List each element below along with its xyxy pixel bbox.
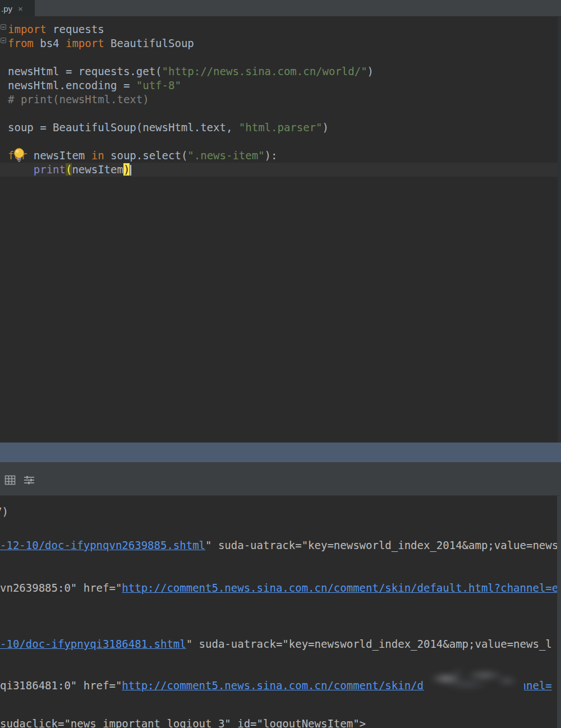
code-token: requests — [47, 23, 104, 35]
code-token: in — [91, 149, 104, 162]
code-token: BeautifulSoup — [104, 37, 194, 49]
console-hyperlink[interactable]: http://comment5.news.sina.com.cn/comment… — [122, 582, 558, 594]
console-text: sudaclick="news_important_logiout_3" id=… — [0, 717, 366, 728]
code-token: "utf-8" — [136, 79, 181, 91]
code-token: bs4 — [34, 37, 66, 49]
code-area: import requestsfrom bs4 import Beautiful… — [0, 22, 561, 177]
code-token: "html.parser" — [239, 121, 323, 133]
editor-tab-py[interactable]: .py × — [0, 0, 35, 17]
editor-scrollbar[interactable] — [558, 17, 561, 443]
code-token: ) — [123, 163, 130, 176]
code-token: ( — [66, 163, 72, 176]
code-token: soup.select( — [104, 149, 188, 162]
code-line[interactable]: for newsItem in soup.select(".news-item"… — [0, 149, 561, 163]
code-line[interactable] — [0, 50, 561, 64]
console-scrollbar[interactable] — [557, 496, 561, 728]
console-line: -10/doc-ifypnyqi3186481.shtml" suda-uatr… — [0, 637, 552, 651]
text-caret — [130, 165, 131, 176]
code-token: import — [66, 37, 104, 49]
console-line: -12-10/doc-ifypnqvn2639885.shtml" suda-u… — [0, 538, 558, 552]
code-token: ".news-item" — [187, 149, 264, 162]
console-line: sudaclick="news_important_logiout_3" id=… — [0, 717, 366, 728]
code-line[interactable] — [0, 107, 561, 121]
filter-settings-icon[interactable] — [23, 474, 35, 486]
code-token: "http://news.sina.com.cn/world/" — [162, 65, 367, 77]
tool-window-splitter[interactable] — [0, 443, 561, 462]
code-line[interactable]: newsHtml.encoding = "utf-8" — [0, 79, 561, 93]
code-token: newsItem — [72, 163, 123, 176]
code-token: print — [34, 163, 66, 176]
code-token: # print(newsHtml.text) — [8, 93, 149, 105]
code-line[interactable]: newsHtml = requests.get("http://news.sin… — [0, 64, 561, 79]
console-text: vn2639885:0" href=" — [0, 582, 122, 594]
code-line[interactable]: from bs4 import BeautifulSoup — [0, 36, 561, 50]
editor-tab-bar: .py × — [0, 0, 561, 17]
console-line: 7) — [0, 505, 8, 519]
code-token: ) — [367, 65, 374, 77]
console-text: 7) — [0, 505, 8, 518]
code-token: from — [8, 37, 34, 49]
code-line[interactable]: import requests — [0, 22, 561, 36]
table-grid-icon[interactable] — [4, 474, 16, 486]
tab-label: .py — [1, 4, 12, 13]
console-hyperlink[interactable]: -12-10/doc-ifypnqvn2639885.shtml — [0, 539, 205, 551]
code-token: import — [8, 23, 47, 35]
code-token: newsHtml.encoding = — [8, 79, 136, 91]
code-line[interactable]: # print(newsHtml.text) — [0, 93, 561, 107]
blur-smudge — [424, 666, 524, 695]
code-token: newsItem — [27, 149, 91, 162]
code-token — [8, 163, 34, 176]
console-text: " suda-uatrack="key=newsworld_index_2014… — [186, 638, 552, 650]
ide-window: .py × import requestsfrom bs4 import Bea… — [0, 0, 561, 728]
run-toolbar — [0, 462, 561, 496]
tab-close-icon[interactable]: × — [18, 4, 23, 13]
code-line[interactable]: print(newsItem) — [0, 163, 561, 177]
code-token: soup = BeautifulSoup(newsHtml.text, — [8, 121, 239, 133]
code-editor[interactable]: import requestsfrom bs4 import Beautiful… — [0, 17, 561, 443]
code-line[interactable]: soup = BeautifulSoup(newsHtml.text, "htm… — [0, 121, 561, 135]
console-hyperlink[interactable]: -10/doc-ifypnyqi3186481.shtml — [0, 638, 186, 650]
console-text: qi3186481:0" href=" — [0, 679, 122, 692]
code-token: ) — [323, 121, 329, 133]
console-line: vn2639885:0" href="http://comment5.news.… — [0, 581, 558, 595]
run-console[interactable]: 7)-12-10/doc-ifypnqvn2639885.shtml" suda… — [0, 496, 561, 728]
code-line[interactable] — [0, 135, 561, 149]
code-token: ): — [265, 149, 278, 162]
intention-bulb-icon[interactable] — [12, 148, 26, 162]
console-text: " suda-uatrack="key=newsworld_index_2014… — [205, 539, 558, 551]
code-token: newsHtml = requests.get( — [8, 65, 162, 77]
